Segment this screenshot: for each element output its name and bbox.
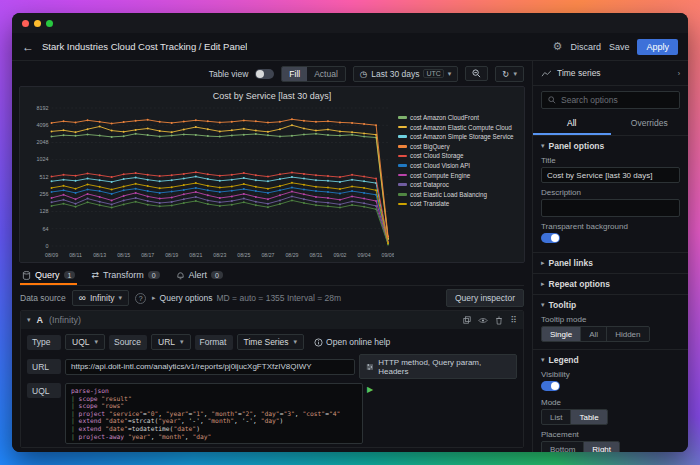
tab-alert[interactable]: Alert 0 [174,267,225,285]
url-input[interactable]: https://api.doit-intl.com/analytics/v1/r… [65,359,355,375]
chevron-down-icon: ▾ [180,338,184,346]
tab-transform[interactable]: ⇄ Transform 0 [89,267,161,285]
legend-section-header[interactable]: ▾ Legend [541,355,680,365]
format-label: Format [195,335,233,350]
query-inspector-button[interactable]: Query inspector [446,289,524,307]
chevron-down-icon: ▾ [541,142,545,150]
legend-item[interactable]: cost Dataproc [398,181,519,188]
legend-placement-bottom-option[interactable]: Bottom [542,442,584,452]
close-button[interactable] [22,20,29,27]
tab-overrides[interactable]: Overrides [611,114,689,135]
tooltip-section-header[interactable]: ▾ Tooltip [541,300,680,310]
drag-handle-icon[interactable]: ⠿ [510,315,517,325]
transparent-background-toggle[interactable] [541,233,560,243]
query-refid: A [37,315,44,325]
svg-text:08/31: 08/31 [309,252,322,258]
options-pane: Time series › Search options All [532,61,688,452]
hide-query-icon[interactable] [478,317,488,324]
refresh-button[interactable]: ↻ ▾ [495,66,524,82]
tab-query[interactable]: Query 1 [20,267,77,285]
header-actions: ⚙ Discard Save Apply [553,39,678,55]
legend-item[interactable]: cost Cloud Vision API [398,162,519,169]
info-icon [314,338,323,347]
collapse-query-icon: ▾ [27,316,31,324]
visualization-label: Time series [557,68,601,78]
repeat-options-section[interactable]: ▸ Repeat options [533,274,688,295]
legend-item[interactable]: cost Amazon Simple Storage Service [398,133,519,140]
panel-description-input[interactable] [541,199,680,217]
chevron-down-icon: ▾ [294,338,298,346]
legend-item[interactable]: cost Amazon Elastic Compute Cloud [398,124,519,131]
legend-mode-table-option[interactable]: Table [571,410,606,424]
infinity-icon: ∞ [79,293,86,303]
breadcrumb: Stark Industries Cloud Cost Tracking / E… [42,41,247,52]
legend-swatch [398,183,407,186]
fullscreen-button[interactable] [46,20,53,27]
section-title: Repeat options [549,279,610,289]
legend-item[interactable]: cost Amazon CloudFront [398,114,519,121]
cost-chart[interactable]: 819240962048102451225612864008/0908/1108… [22,102,394,260]
section-title: Legend [549,355,579,365]
back-arrow-icon[interactable]: ← [22,40,34,54]
apply-button[interactable]: Apply [637,39,678,55]
legend-item[interactable]: cost Translate [398,200,519,207]
type-select[interactable]: UQL ▾ [65,334,105,350]
legend-mode-list-option[interactable]: List [542,410,571,424]
panel-options-section: ▾ Panel options Title Cost by Service [l… [533,136,688,253]
tooltip-hidden-option[interactable]: Hidden [607,327,648,341]
minimize-button[interactable] [34,20,41,27]
svg-text:08/27: 08/27 [261,252,274,258]
magnifier-minus-icon [472,69,481,78]
svg-text:512: 512 [40,174,49,180]
section-title: Panel links [549,258,593,268]
fill-option[interactable]: Fill [282,67,307,81]
uql-code[interactable]: parse-json| scope "result"| scope "rows"… [65,383,363,444]
query-options-toggle[interactable]: ▸ Query options MD = auto = 1355 Interva… [152,293,341,303]
legend-item[interactable]: cost BigQuery [398,143,519,150]
gear-icon[interactable]: ⚙ [553,41,563,52]
legend-item[interactable]: cost Cloud Storage [398,152,519,159]
duplicate-query-icon[interactable] [463,316,471,324]
query-row-header[interactable]: ▾ A (Infinity) [21,311,523,329]
options-search-input[interactable]: Search options [541,91,680,109]
mode-label: Mode [541,398,680,407]
tooltip-single-option[interactable]: Single [542,327,581,341]
open-online-help-button[interactable]: Open online help [314,337,390,347]
legend-item[interactable]: cost Elastic Load Balancing [398,191,519,198]
legend-item[interactable]: cost Compute Engine [398,172,519,179]
discard-button[interactable]: Discard [570,42,601,52]
tooltip-all-option[interactable]: All [581,327,607,341]
panel-title: Cost by Service [last 30 days] [20,87,524,102]
collapse-pane-icon[interactable]: › [678,70,680,77]
legend-label: cost Amazon CloudFront [410,114,479,121]
legend-swatch [398,126,407,129]
source-select[interactable]: URL ▾ [151,334,191,350]
tab-all[interactable]: All [533,114,611,135]
tab-badge: 1 [64,271,76,279]
svg-text:128: 128 [40,208,49,214]
zoom-out-button[interactable] [465,66,488,81]
actual-option[interactable]: Actual [307,67,345,81]
svg-text:09/02: 09/02 [333,252,346,258]
table-view-toggle[interactable] [255,69,274,79]
http-method-button[interactable]: HTTP method, Query param, Headers [359,354,517,379]
legend-mode-group: List Table [541,409,608,425]
visualization-picker[interactable]: Time series › [533,61,688,86]
remove-query-icon[interactable] [495,316,503,325]
panel-options-header[interactable]: ▾ Panel options [541,141,680,151]
legend-visibility-toggle[interactable] [541,381,560,391]
panel-links-section[interactable]: ▸ Panel links [533,253,688,274]
format-select[interactable]: Time Series ▾ [237,334,305,350]
save-button[interactable]: Save [609,42,630,52]
svg-text:1024: 1024 [37,156,49,162]
time-range-picker[interactable]: ◷ Last 30 days UTC ▾ [353,66,459,82]
chevron-down-icon: ▾ [513,70,517,78]
run-query-icon[interactable]: ▶ [367,383,373,394]
datasource-picker[interactable]: ∞ Infinity ▾ [72,290,129,306]
window-titlebar [12,13,688,33]
fill-actual-group: Fill Actual [281,66,345,82]
legend-placement-right-option[interactable]: Right [584,442,619,452]
panel-title-input[interactable]: Cost by Service [last 30 days] [541,167,680,183]
transparent-background-label: Transparent background [541,222,680,231]
datasource-help-icon[interactable]: ? [135,293,146,304]
